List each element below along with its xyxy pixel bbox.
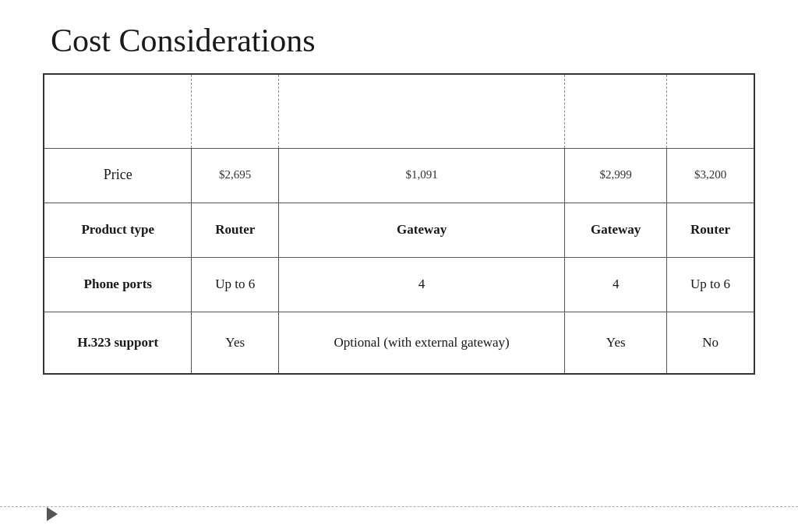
cell-price-3: $3,200 [667, 148, 754, 203]
table-header-row [44, 74, 754, 148]
table-row-phone-ports: Phone ports Up to 6 4 4 Up to 6 [44, 257, 754, 312]
page-title: Cost Considerations [0, 0, 798, 73]
row-label-phone-ports: Phone ports [44, 257, 192, 312]
table-row-h323: H.323 support Yes Optional (with externa… [44, 312, 754, 374]
cell-price-0: $2,695 [192, 148, 279, 203]
cell-product-type-1: Gateway [279, 203, 565, 257]
header-cell-0 [44, 74, 192, 148]
cell-price-1: $1,091 [279, 148, 565, 203]
cell-price-2: $2,999 [565, 148, 667, 203]
header-cell-1 [192, 74, 279, 148]
row-label-product-type: Product type [44, 203, 192, 257]
row-label-price: Price [44, 148, 192, 203]
bullet-icon [47, 507, 58, 521]
table-wrapper: Price $2,695 $1,091 $2,999 $3,200 Produc… [43, 73, 755, 375]
cell-h323-1: Optional (with external gateway) [279, 312, 565, 374]
table-row-product-type: Product type Router Gateway Gateway Rout… [44, 203, 754, 257]
cell-h323-3: No [667, 312, 754, 374]
cell-product-type-2: Gateway [565, 203, 667, 257]
page-container: Cost Considerations Price $2,695 $1,091 … [0, 0, 798, 532]
header-cell-4 [667, 74, 754, 148]
cell-phone-ports-3: Up to 6 [667, 257, 754, 312]
row-label-h323: H.323 support [44, 312, 192, 374]
cell-phone-ports-2: 4 [565, 257, 667, 312]
cell-product-type-0: Router [192, 203, 279, 257]
cell-h323-2: Yes [565, 312, 667, 374]
table-row-price: Price $2,695 $1,091 $2,999 $3,200 [44, 148, 754, 203]
cell-h323-0: Yes [192, 312, 279, 374]
cell-product-type-3: Router [667, 203, 754, 257]
cell-phone-ports-0: Up to 6 [192, 257, 279, 312]
header-cell-3 [565, 74, 667, 148]
comparison-table: Price $2,695 $1,091 $2,999 $3,200 Produc… [43, 73, 755, 375]
cell-phone-ports-1: 4 [279, 257, 565, 312]
header-cell-2 [279, 74, 565, 148]
bottom-divider [0, 506, 798, 507]
